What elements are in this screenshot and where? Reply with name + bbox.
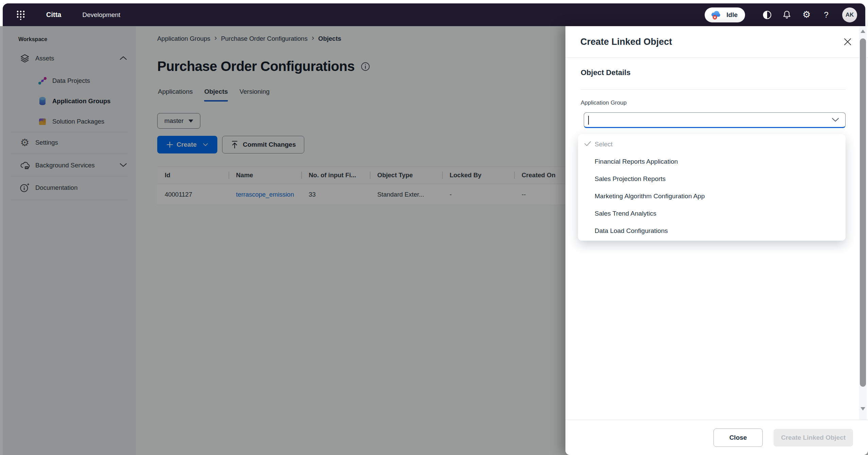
dropdown-option[interactable]: Financial Reports Application [578, 153, 846, 170]
scroll-down-arrow[interactable] [861, 407, 865, 411]
help-icon: ? [824, 10, 828, 20]
dropdown-option-select[interactable]: Select [578, 135, 846, 153]
help-button[interactable]: ? [816, 7, 836, 23]
settings-button[interactable]: ⚙ [797, 7, 816, 23]
grid-dots-icon [16, 10, 25, 20]
dropdown-option-label: Sales Projection Reports [595, 175, 666, 183]
scroll-up-arrow[interactable] [861, 30, 865, 33]
text-caret [588, 116, 589, 125]
shell-header: Citta Development Idle [3, 3, 865, 26]
close-button[interactable]: Close [713, 429, 763, 447]
dropdown-option-label: Data Load Configurations [595, 227, 668, 235]
dropdown-option-label: Sales Trend Analytics [595, 210, 656, 217]
avatar[interactable]: AK [842, 7, 857, 22]
dropdown-option[interactable]: Data Load Configurations [578, 222, 846, 239]
close-drawer-button[interactable] [841, 35, 854, 49]
contrast-icon [763, 11, 772, 19]
section-heading: Object Details [581, 68, 631, 77]
drawer-scrollbar[interactable] [859, 26, 867, 420]
status-pill[interactable]: Idle [705, 7, 745, 22]
close-icon [843, 37, 852, 46]
theme-contrast-button[interactable] [757, 7, 777, 23]
bell-icon [782, 10, 791, 20]
dropdown-option-label: Select [595, 141, 613, 148]
dropdown-option[interactable]: Marketing Algorithm Configuration App [578, 187, 846, 205]
product-name[interactable]: Citta [46, 11, 61, 19]
app-grid-icon[interactable] [11, 7, 31, 23]
check-icon [584, 141, 591, 148]
notifications-button[interactable] [777, 7, 797, 23]
environment-name[interactable]: Development [82, 11, 120, 19]
dropdown-option-label: Marketing Algorithm Configuration App [595, 193, 705, 200]
create-linked-object-drawer: Create Linked Object Object Details Appl… [565, 26, 868, 455]
app-window: Citta Development Idle [0, 0, 868, 455]
dropdown-option-label: Financial Reports Application [595, 158, 678, 165]
dropdown-option[interactable]: Sales Trend Analytics [578, 205, 846, 222]
scrollbar-thumb[interactable] [860, 38, 866, 387]
section-divider [581, 89, 846, 90]
drawer-title: Create Linked Object [580, 37, 672, 47]
drawer-footer: Close Create Linked Object [565, 420, 868, 455]
chevron-down-icon[interactable] [832, 117, 839, 124]
application-group-combobox[interactable] [584, 112, 846, 128]
application-group-dropdown: Select Financial Reports Application Sal… [578, 134, 846, 241]
cloud-sync-error-icon [710, 10, 722, 20]
create-linked-object-button[interactable]: Create Linked Object [774, 429, 853, 447]
dropdown-option[interactable]: Sales Projection Reports [578, 170, 846, 187]
application-group-label: Application Group [581, 99, 627, 106]
status-pill-label: Idle [726, 11, 738, 19]
gear-icon: ⚙ [802, 10, 811, 19]
drawer-header: Create Linked Object [565, 26, 868, 58]
